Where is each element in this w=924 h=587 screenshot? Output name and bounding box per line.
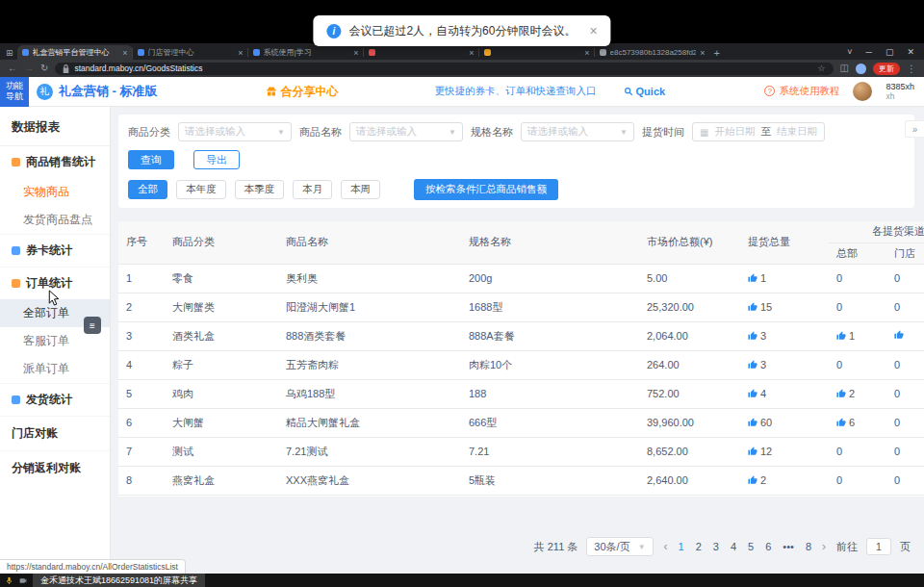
sidebar-subitem[interactable]: 发货商品盘点 [0, 206, 110, 234]
pickup-count-link[interactable]: 12 [748, 446, 772, 457]
browser-tab[interactable]: 门店管理中心× [133, 45, 248, 60]
sidebar-subitem[interactable]: 实物商品 [0, 178, 110, 206]
filter-row: 商品分类 请选择或输入 ▼ 商品名称 请选择或输入 ▼ 规格名称 请选择或输入 [128, 122, 905, 141]
user-avatar[interactable] [853, 82, 872, 101]
page-number[interactable]: 2 [696, 541, 702, 552]
pickup-count-link[interactable]: 1 [748, 272, 766, 284]
pickup-count-link[interactable]: 2 [748, 474, 766, 486]
browser-menu-icon[interactable]: ⋮ [907, 64, 916, 74]
filter-label: 提货时间 [642, 125, 684, 140]
pickup-count-link[interactable]: 4 [748, 388, 766, 399]
camera-icon[interactable] [18, 576, 28, 585]
spec-name-select[interactable]: 请选择或输入 ▼ [521, 122, 634, 141]
forward-icon[interactable]: → [24, 64, 34, 73]
tab-close-icon[interactable]: × [122, 48, 127, 58]
quick-entry-link[interactable]: 更快捷的券卡、订单和快递查询入口 [435, 85, 597, 98]
pickup-count-link[interactable]: 60 [748, 417, 772, 428]
tab-close-icon[interactable]: × [469, 48, 474, 58]
browser-tab[interactable]: e8c573980b1328a258fd2e6f× [595, 45, 710, 60]
quick-filter-tabs: 全部本年度本季度本月本周 [128, 180, 380, 199]
quick-filter-button[interactable]: 本周 [341, 180, 380, 199]
quick-filter-button[interactable]: 全部 [128, 180, 167, 199]
toast-close-icon[interactable]: × [589, 23, 597, 38]
quick-search-button[interactable]: Quick [624, 86, 666, 97]
new-tab-button[interactable]: + [714, 47, 720, 59]
total-count: 共 211 条 [534, 540, 578, 554]
tab-favicon-icon [484, 49, 491, 56]
select-placeholder: 请选择或输入 [185, 125, 245, 139]
summary-by-criteria-button[interactable]: 按检索条件汇总商品销售额 [414, 179, 558, 200]
reload-icon[interactable]: ↻ [40, 64, 48, 73]
page-number[interactable]: 3 [713, 541, 719, 552]
quick-filter-button[interactable]: 本年度 [176, 180, 226, 199]
browser-tab[interactable]: 礼盒营销平台管理中心× [17, 45, 133, 60]
search-button[interactable]: 查询 [128, 150, 174, 169]
table-row: 3酒类礼盒888酒类套餐888A套餐2,064.0031 [118, 321, 924, 350]
quick-filter-button[interactable]: 本季度 [235, 180, 285, 199]
table-cell: 零食 [165, 264, 278, 293]
category-select[interactable]: 请选择或输入 ▼ [178, 122, 292, 141]
table-cell: 888A套餐 [461, 321, 639, 350]
sidebar-group[interactable]: 发货统计 [0, 383, 110, 416]
page-number[interactable]: 5 [748, 541, 754, 552]
tab-menu-chevron-icon[interactable]: ˅ [847, 47, 852, 57]
table-cell: 0 [886, 466, 924, 495]
page-size-select[interactable]: 30条/页 ▼ [586, 537, 653, 556]
quick-filter-button[interactable]: 本月 [293, 180, 332, 199]
table-cell: 12 [740, 437, 829, 466]
pickup-count-link[interactable] [894, 330, 907, 340]
page-ellipsis[interactable]: ••• [783, 541, 794, 552]
calendar-icon: ▦ [700, 127, 708, 138]
pickup-count-link[interactable]: 3 [748, 330, 766, 342]
tutorial-link[interactable]: ? 系统使用教程 [764, 85, 839, 98]
page-number[interactable]: 8 [806, 541, 811, 552]
product-name-select[interactable]: 请选择或输入 ▼ [349, 122, 463, 141]
tab-close-icon[interactable]: × [238, 48, 243, 58]
table-cell: 4 [740, 379, 829, 408]
browser-tab[interactable]: × [479, 45, 595, 60]
update-badge[interactable]: 更新 [873, 63, 900, 75]
pickup-count-link[interactable]: 6 [836, 417, 855, 428]
pickup-count-link[interactable]: 3 [748, 359, 766, 370]
sidebar-item[interactable]: 门店对账 [0, 416, 110, 450]
maximize-button[interactable]: ▢ [886, 47, 894, 57]
table-cell: 6 [829, 408, 886, 437]
tab-close-icon[interactable]: × [584, 48, 589, 58]
tab-search-icon[interactable]: ⊞ [6, 48, 13, 58]
browser-tab[interactable]: × [364, 45, 479, 60]
url-field[interactable]: standard.maboy.cn/GoodsStatistics ☆ [55, 63, 833, 75]
close-window-button[interactable]: ✕ [907, 47, 914, 57]
next-page-button[interactable]: › [820, 540, 828, 553]
browser-profile-avatar[interactable] [856, 64, 866, 74]
prev-page-button[interactable]: ‹ [662, 540, 670, 553]
bookmark-star-icon[interactable]: ☆ [817, 64, 825, 73]
sidebar-toggle-button[interactable]: ≡ [84, 317, 101, 334]
sidebar-item[interactable]: 分销返利对账 [0, 450, 110, 485]
sidebar-group[interactable]: 商品销售统计 [0, 146, 110, 178]
goto-page-input[interactable] [866, 538, 891, 555]
sidebar-subitem[interactable]: 派单订单 [0, 355, 110, 383]
user-name-block[interactable]: 8385xh xh [886, 82, 914, 102]
page-number[interactable]: 1 [679, 541, 684, 552]
page-number[interactable]: 6 [765, 541, 771, 552]
minimize-button[interactable]: ─ [866, 47, 872, 57]
pickup-count-link[interactable]: 2 [836, 388, 855, 399]
page-number[interactable]: 4 [731, 541, 736, 552]
share-center-link[interactable]: 合分享中心 [266, 84, 339, 100]
sidebar-group[interactable]: 券卡统计 [0, 234, 110, 267]
back-icon[interactable]: ← [8, 64, 17, 73]
column-header: 商品分类 [165, 221, 278, 264]
function-nav-button[interactable]: 功能导航 [0, 77, 29, 107]
browser-tab[interactable]: 系统使用|学习× [248, 45, 364, 60]
tab-close-icon[interactable]: × [700, 48, 705, 58]
sidebar-section-title: 数据报表 [0, 107, 110, 146]
extensions-icon[interactable]: ◫ [840, 64, 849, 73]
pickup-count-link[interactable]: 15 [748, 301, 772, 313]
microphone-icon[interactable] [5, 576, 13, 585]
tab-close-icon[interactable]: × [353, 48, 358, 58]
pickup-count-link[interactable]: 1 [836, 330, 855, 342]
export-button[interactable]: 导出 [193, 150, 240, 169]
pickup-hand-icon [748, 418, 757, 427]
collapse-panel-icon[interactable]: » [905, 120, 924, 138]
pickup-date-range-picker[interactable]: ▦ 开始日期 至 结束日期 [692, 122, 825, 141]
